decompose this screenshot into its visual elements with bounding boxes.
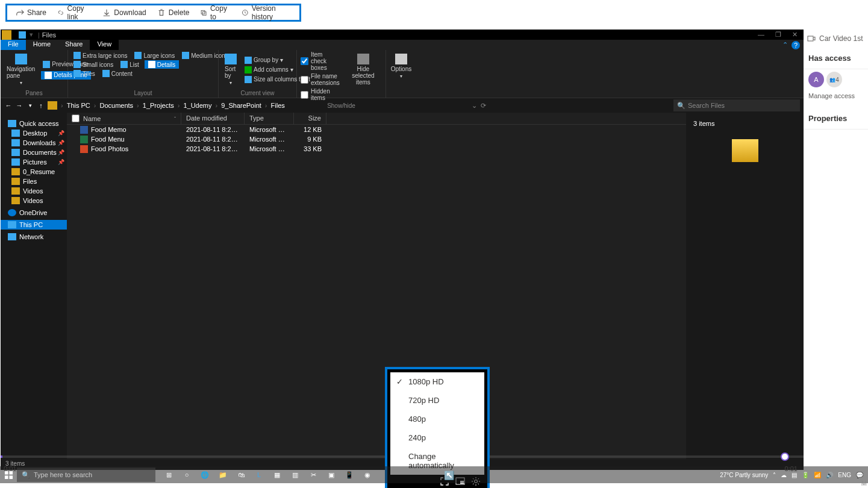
sidebar-this-pc[interactable]: This PC [1, 220, 67, 230]
hidden-items-toggle[interactable]: Hidden items [301, 88, 340, 101]
hide-selected-button[interactable]: Hide selected items [345, 51, 382, 101]
col-date[interactable]: Date modified [181, 113, 245, 124]
file-row[interactable]: Food Photos2021-08-11 8:29 PMMicrosoft P… [67, 144, 686, 154]
crumb-documents[interactable]: Documents [99, 102, 133, 109]
quality-1080p[interactable]: 1080p HD [390, 372, 484, 391]
sidebar-desktop[interactable]: Desktop📌 [1, 128, 67, 138]
explorer-icon[interactable]: 📁 [214, 467, 231, 483]
close-button[interactable]: ✕ [792, 31, 798, 39]
tab-home[interactable]: Home [26, 40, 58, 50]
volume-icon[interactable]: 🔊 [826, 472, 833, 478]
taskbar-search[interactable]: 🔍Type here to search [17, 468, 155, 482]
sidebar-videos[interactable]: Videos [1, 186, 67, 196]
copy-link-button[interactable]: Copy link [52, 2, 96, 23]
app-icon-2[interactable]: ▦ [269, 467, 286, 483]
edge-icon[interactable]: 🌐 [196, 467, 213, 483]
wifi-icon[interactable]: 📶 [814, 472, 821, 478]
col-name[interactable]: Nameˇ [67, 113, 181, 124]
tab-view[interactable]: View [90, 40, 119, 50]
search-input[interactable]: 🔍Search Files [673, 99, 800, 111]
battery-icon[interactable]: 🔋 [802, 472, 809, 478]
options-button[interactable]: Options▾ [390, 51, 413, 81]
sidebar-resume[interactable]: 0_Resume [1, 167, 67, 177]
col-type[interactable]: Type [245, 113, 294, 124]
store-icon[interactable]: 🛍 [233, 467, 249, 483]
crumb-udemy[interactable]: 1_Udemy [183, 102, 211, 109]
item-checkboxes-toggle[interactable]: Item check boxes [301, 51, 340, 71]
help-icon[interactable]: ? [792, 41, 800, 49]
onedrive-tray-icon[interactable]: ☁ [781, 472, 787, 478]
recent-button[interactable]: ▾ [26, 101, 34, 110]
scrubber-handle[interactable] [781, 452, 789, 461]
cortana-icon[interactable]: ○ [178, 467, 195, 483]
avatar[interactable]: A [808, 72, 824, 87]
copy-to-label: Copy to [210, 4, 231, 21]
details-button[interactable]: Details [145, 60, 180, 69]
quality-480p[interactable]: 480p [390, 410, 484, 428]
col-size[interactable]: Size [294, 113, 326, 124]
refresh-icon[interactable]: ⟳ [481, 102, 486, 110]
sidebar-files[interactable]: Files [1, 177, 67, 186]
copy-icon [200, 8, 207, 17]
up-button[interactable]: ↑ [37, 101, 45, 110]
file-row[interactable]: Food Menu2021-08-11 8:29 PMMicrosoft Exc… [67, 134, 686, 144]
crumb-projects[interactable]: 1_Projects [143, 102, 174, 109]
svg-rect-1 [203, 12, 207, 16]
sidebar-downloads[interactable]: Downloads📌 [1, 138, 67, 148]
tab-file[interactable]: File [1, 40, 26, 50]
content-button[interactable]: Content [101, 69, 134, 78]
forward-button[interactable]: → [15, 101, 23, 110]
language-indicator[interactable]: ENG [838, 472, 851, 478]
app-icon-3[interactable]: ▥ [287, 467, 304, 483]
dropdown-icon[interactable]: ⌄ [472, 102, 477, 110]
tray-chevron-icon[interactable]: ˄ [773, 472, 776, 478]
small-icons-button[interactable]: Small icons [72, 60, 115, 69]
crumb-files[interactable]: Files [271, 102, 285, 109]
sidebar-network[interactable]: Network [1, 232, 67, 242]
start-button[interactable] [0, 466, 17, 483]
phone-icon[interactable]: 📱 [341, 467, 358, 483]
corner-label: M [861, 480, 867, 487]
list-button[interactable]: List [119, 60, 141, 69]
app-icon[interactable]: L [251, 467, 267, 483]
sidebar-documents[interactable]: Documents📌 [1, 148, 67, 157]
quality-720p[interactable]: 720p HD [390, 391, 484, 410]
snip-icon[interactable]: ✂ [305, 467, 322, 483]
manage-access-link[interactable]: Manage access [804, 90, 868, 102]
quality-240p[interactable]: 240p [390, 428, 484, 447]
crumb-thispc[interactable]: This PC [67, 102, 90, 109]
crumb-sharepoint[interactable]: 9_SharePoint [221, 102, 261, 109]
copy-to-button[interactable]: Copy to [195, 2, 236, 23]
minimize-button[interactable]: — [758, 31, 764, 39]
has-access-heading: Has access [804, 48, 868, 69]
delete-button[interactable]: Delete [152, 7, 195, 19]
sidebar-videos2[interactable]: Videos [1, 196, 67, 205]
task-view-icon[interactable]: ⊞ [160, 467, 177, 483]
tiles-button[interactable]: Tiles [72, 69, 97, 78]
back-button[interactable]: ← [4, 101, 13, 110]
sidebar-quick-access[interactable]: Quick access [1, 119, 67, 128]
version-history-button[interactable]: Version history [237, 2, 296, 23]
maximize-button[interactable]: ❐ [775, 31, 781, 39]
current-view-group-label: Current view [222, 90, 293, 96]
download-button[interactable]: Download [98, 7, 151, 19]
file-row[interactable]: Food Memo2021-08-11 8:28 PMMicrosoft Wor… [67, 125, 686, 134]
menu-tabs: File Home Share View ⌃? [1, 40, 804, 50]
notifications-icon[interactable]: 💬 [856, 472, 863, 478]
chrome-icon[interactable]: ◉ [359, 467, 376, 483]
large-icons-button[interactable]: Large icons [133, 51, 176, 60]
app-icon-4[interactable]: ▣ [323, 467, 340, 483]
share-button[interactable]: Share [11, 7, 51, 19]
file-ext-toggle[interactable]: File name extensions [301, 73, 340, 86]
extra-large-icons-button[interactable]: Extra large icons [72, 51, 129, 60]
collapse-ribbon-icon[interactable]: ⌃ [782, 41, 788, 49]
sort-by-button[interactable]: Sort by▾ [222, 51, 239, 88]
sidebar-pictures[interactable]: Pictures📌 [1, 157, 67, 167]
access-count-badge[interactable]: 👥4 [826, 72, 842, 87]
tray-icon[interactable]: ▤ [792, 472, 797, 478]
svg-rect-0 [202, 10, 205, 14]
sidebar-onedrive[interactable]: OneDrive [1, 208, 67, 217]
navigation-pane-button[interactable]: Navigation pane▾ [4, 51, 37, 88]
weather-widget[interactable]: 27°C Partly sunny [720, 472, 768, 478]
tab-share[interactable]: Share [58, 40, 90, 50]
